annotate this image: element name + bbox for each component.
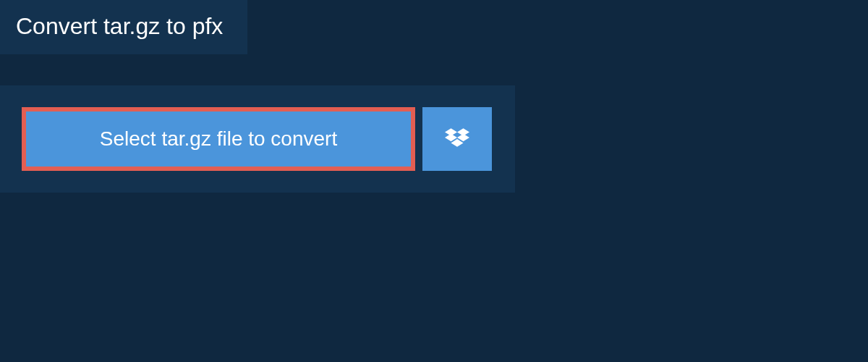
select-file-button[interactable]: Select tar.gz file to convert [22,107,415,171]
upload-panel: Select tar.gz file to convert [0,85,515,193]
dropbox-upload-button[interactable] [422,107,492,171]
select-file-label: Select tar.gz file to convert [100,127,337,151]
page-title: Convert tar.gz to pfx [16,13,223,39]
page-title-tab: Convert tar.gz to pfx [0,0,247,54]
dropbox-icon [445,126,469,153]
